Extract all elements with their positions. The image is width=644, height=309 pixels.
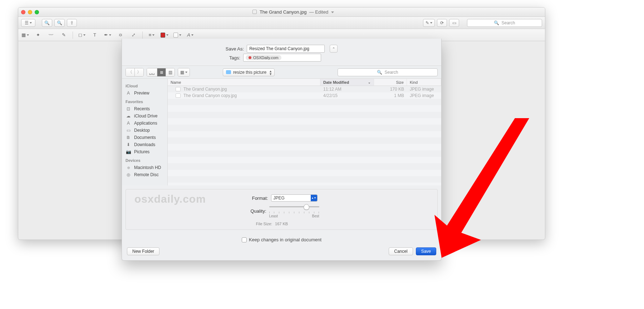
selection-tool-button[interactable]: ▦ <box>21 31 29 39</box>
new-folder-button[interactable]: New Folder <box>127 247 159 255</box>
empty-row <box>168 144 441 150</box>
sidebar-item[interactable]: 🗎Documents <box>122 134 167 141</box>
edit-mode-button[interactable]: ▭ <box>449 19 459 27</box>
sidebar-item-label: Downloads <box>134 142 155 147</box>
column-date[interactable]: Date Modified ⌄ <box>320 79 374 86</box>
sidebar-item-label: Pictures <box>134 149 149 154</box>
file-list: Name Date Modified ⌄ Size Kind The Grand… <box>168 79 441 185</box>
sidebar-item[interactable]: APreview <box>122 90 167 97</box>
tag-chip[interactable]: OSXDaily.com <box>246 55 281 60</box>
titlebar: The Grand Canyon.jpg — Edited <box>18 8 545 17</box>
column-size[interactable]: Size <box>374 79 407 86</box>
back-button[interactable]: 〈 <box>126 68 135 76</box>
close-window-button[interactable] <box>21 10 25 14</box>
sidebar-item-label: iCloud Drive <box>134 114 157 119</box>
sketch-tool-button[interactable]: 〰 <box>47 31 55 39</box>
sidebar-toggle-button[interactable]: ☰ <box>21 19 35 27</box>
font-style-button[interactable]: A <box>186 31 194 39</box>
column-view-button[interactable]: ▥ <box>166 68 174 76</box>
sidebar-item-label: Macintosh HD <box>134 165 161 170</box>
title-menu-chevron-icon[interactable] <box>331 11 334 13</box>
forward-button[interactable]: 〉 <box>135 68 143 76</box>
shapes-button[interactable]: ◻ <box>78 31 86 39</box>
file-rows[interactable]: The Grand Canyon.jpg11:12 AM170 KBJPEG i… <box>168 86 441 185</box>
sign-button[interactable]: ✒ <box>104 31 112 39</box>
keep-changes-checkbox[interactable] <box>242 237 247 242</box>
expand-collapse-button[interactable]: ⌃ <box>330 45 338 53</box>
file-size: 170 KB <box>374 87 407 92</box>
column-name[interactable]: Name <box>168 79 320 86</box>
minimize-window-button[interactable] <box>28 10 32 14</box>
save-button[interactable]: Save <box>416 247 436 255</box>
sidebar-item[interactable]: ⬇Downloads <box>122 141 167 148</box>
sidebar-section-header: iCloud <box>122 81 167 90</box>
file-row[interactable]: The Grand Canyon.jpg11:12 AM170 KBJPEG i… <box>168 86 441 92</box>
sidebar-item[interactable]: ⊡Recents <box>122 105 167 112</box>
file-kind: JPEG image <box>407 87 441 92</box>
tags-input[interactable]: OSXDaily.com <box>243 54 321 62</box>
save-as-input[interactable]: Resized The Grand Canyon.jpg <box>247 45 325 53</box>
chevron-up-icon: ⌃ <box>332 47 335 51</box>
sidebar-item[interactable]: ⌾Macintosh HD <box>122 164 167 171</box>
quality-slider[interactable] <box>269 204 319 210</box>
sidebar-item[interactable]: 📷Pictures <box>122 148 167 155</box>
empty-row <box>168 150 441 157</box>
sidebar-item-icon: ⬇ <box>126 142 131 147</box>
save-as-value: Resized The Grand Canyon.jpg <box>249 46 309 51</box>
sidebar-item-icon: A <box>126 121 131 126</box>
zoom-in-button[interactable]: 🔍 <box>54 19 65 27</box>
combo-arrows-icon: ▲▼ <box>311 195 317 201</box>
window-title-filename: The Grand Canyon.jpg <box>260 9 307 15</box>
text-tool-button[interactable]: T <box>91 31 99 39</box>
adjust-color-button[interactable]: ⛭ <box>117 31 124 39</box>
zoom-window-button[interactable] <box>35 10 39 14</box>
window-edited-badge: Edited <box>315 9 328 15</box>
share-button[interactable]: ⇪ <box>67 19 77 27</box>
cancel-button[interactable]: Cancel <box>389 247 413 255</box>
column-kind[interactable]: Kind <box>407 79 441 86</box>
sidebar-item[interactable]: ◎Remote Disc <box>122 171 167 178</box>
dialog-search-placeholder: Search <box>384 70 398 75</box>
sidebar-item-label: Documents <box>134 135 156 140</box>
sidebar-item[interactable]: ☁iCloud Drive <box>122 112 167 120</box>
zoom-out-button[interactable]: 🔍 <box>42 19 52 27</box>
tag-color-dot-icon <box>249 56 251 59</box>
window-title: The Grand Canyon.jpg — Edited <box>44 9 542 15</box>
location-popup[interactable]: resize this picture ▲▼ <box>223 68 275 76</box>
file-size-label: File Size: <box>256 222 272 226</box>
sidebar-item-icon: 🗎 <box>126 135 131 140</box>
icon-view-button[interactable]: ␣␣ <box>147 68 157 76</box>
dialog-toolbar: 〈 〉 ␣␣ ≣ ▥ ▦ resize this picture ▲▼ 🔍 Se… <box>122 66 441 79</box>
markup-toggle-button[interactable]: ✎ <box>423 19 435 27</box>
keep-changes-label: Keep changes in original document <box>249 237 321 242</box>
document-proxy-icon[interactable] <box>252 10 257 14</box>
format-label: Format: <box>246 195 268 201</box>
dialog-search-field[interactable]: 🔍 Search <box>338 68 438 76</box>
list-view-button[interactable]: ≣ <box>157 68 166 76</box>
empty-row <box>168 137 441 144</box>
empty-row <box>168 163 441 170</box>
fill-color-button[interactable] <box>173 31 181 39</box>
empty-row <box>168 112 441 118</box>
column-headers: Name Date Modified ⌄ Size Kind <box>168 79 441 86</box>
tag-chip-label: OSXDaily.com <box>253 55 279 60</box>
sidebar[interactable]: iCloudAPreviewFavorites⊡Recents☁iCloud D… <box>122 79 168 185</box>
column-kind-label: Kind <box>410 80 418 85</box>
sidebar-item[interactable]: ▭Desktop <box>122 127 167 134</box>
rotate-button[interactable]: ⟳ <box>437 19 447 27</box>
view-mode-segment: ␣␣ ≣ ▥ <box>147 68 175 77</box>
format-combobox[interactable]: JPEG ▲▼ <box>271 194 318 202</box>
line-weight-button[interactable]: ≡ <box>148 31 156 39</box>
sidebar-item-label: Remote Disc <box>134 172 159 177</box>
adjust-size-button[interactable]: ⤢ <box>129 31 137 39</box>
slider-thumb[interactable] <box>304 204 309 210</box>
quality-label: Quality: <box>244 208 266 214</box>
stroke-color-button[interactable] <box>161 31 168 39</box>
instant-alpha-button[interactable]: ✦ <box>34 31 42 39</box>
file-name: The Grand Canyon copy.jpg <box>183 93 237 98</box>
window-search-field[interactable]: 🔍 Search <box>467 19 542 27</box>
draw-tool-button[interactable]: ✎ <box>60 31 68 39</box>
sidebar-item[interactable]: AApplications <box>122 120 167 127</box>
file-row[interactable]: The Grand Canyon copy.jpg4/22/151 MBJPEG… <box>168 92 441 99</box>
group-by-button[interactable]: ▦ <box>178 68 190 76</box>
